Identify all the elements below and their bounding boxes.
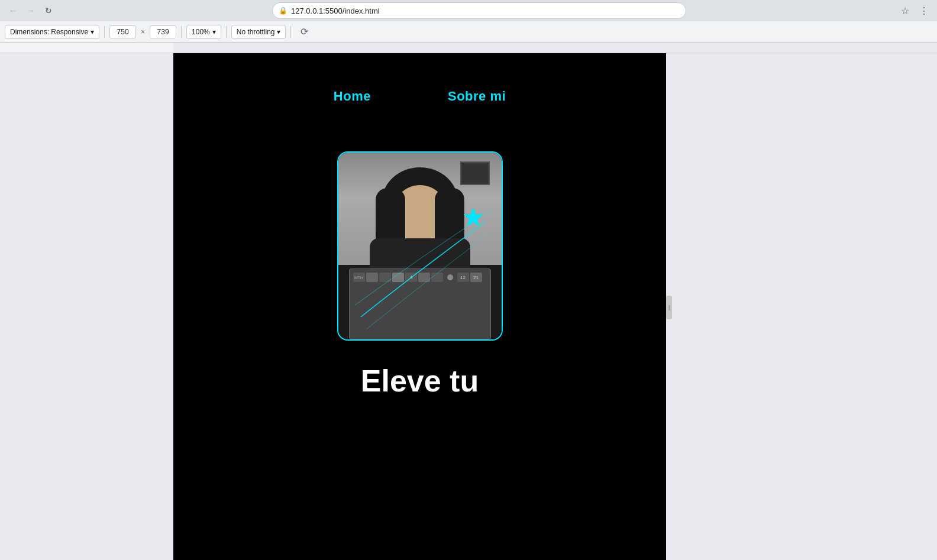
profile-image-container: MTH ♟ 12 — [337, 151, 503, 341]
address-bar-container: 🔒 — [272, 2, 686, 19]
throttle-label: No throttling — [237, 28, 275, 36]
dimensions-group[interactable]: Dimensions: Responsive ▾ — [5, 25, 99, 39]
zoom-dropdown-icon: ▾ — [212, 28, 216, 36]
left-gutter — [0, 53, 173, 560]
forward-button[interactable]: → — [22, 2, 39, 19]
throttle-group[interactable]: No throttling ▾ — [231, 25, 286, 39]
separator-4 — [290, 26, 291, 38]
menu-button[interactable]: ⋮ — [916, 2, 932, 19]
devtools-toolbar: Dimensions: Responsive ▾ × 100% ▾ No thr… — [0, 21, 937, 43]
toolbar-right: ☆ ⋮ — [897, 2, 932, 19]
height-input[interactable] — [150, 25, 176, 38]
right-gutter — [666, 53, 937, 560]
lock-icon: 🔒 — [279, 7, 287, 15]
zoom-group[interactable]: 100% ▾ — [186, 25, 221, 39]
throttle-dropdown-icon: ▾ — [277, 28, 280, 36]
nav-sobre-mi[interactable]: Sobre mi — [448, 89, 506, 104]
width-input[interactable] — [109, 25, 136, 38]
zoom-label: 100% — [192, 28, 210, 36]
browser-chrome: ← → ↻ 🔒 ☆ ⋮ Dimensions: Responsive ▾ × 1… — [0, 0, 937, 53]
site-nav: Home Sobre mi — [173, 53, 666, 128]
nav-buttons: ← → ↻ — [5, 2, 57, 19]
tab-bar: ← → ↻ 🔒 ☆ ⋮ — [0, 0, 937, 21]
hero-section: MTH ♟ 12 — [173, 128, 666, 422]
reload-button[interactable]: ↻ — [40, 2, 57, 19]
bookmark-button[interactable]: ☆ — [897, 2, 913, 19]
ruler-row — [0, 43, 937, 53]
dimensions-label: Dimensions: Responsive — [10, 28, 88, 36]
resize-handle[interactable] — [666, 296, 672, 319]
back-button[interactable]: ← — [5, 2, 21, 19]
website-viewport: Home Sobre mi — [173, 53, 666, 560]
dimensions-dropdown-icon: ▾ — [91, 28, 94, 36]
ruler-main — [173, 43, 937, 53]
address-input[interactable] — [291, 7, 680, 15]
website-content: Home Sobre mi — [173, 53, 666, 560]
separator-1 — [104, 26, 105, 38]
profile-image-box: MTH ♟ 12 — [337, 151, 503, 341]
separator-3 — [226, 26, 227, 38]
hero-text: Eleve tu — [349, 364, 490, 398]
nav-home[interactable]: Home — [334, 89, 371, 104]
viewport-container: Home Sobre mi — [0, 53, 937, 560]
rotate-button[interactable]: ⟳ — [296, 24, 312, 40]
dimension-x-label: × — [141, 28, 145, 36]
separator-2 — [181, 26, 182, 38]
